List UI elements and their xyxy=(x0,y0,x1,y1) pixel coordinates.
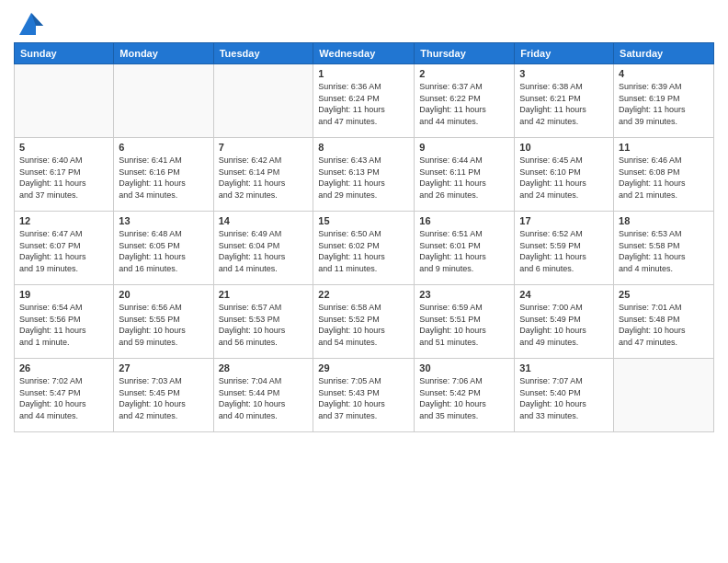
table-row: 26Sunrise: 7:02 AM Sunset: 5:47 PM Dayli… xyxy=(15,359,114,432)
table-row: 30Sunrise: 7:06 AM Sunset: 5:42 PM Dayli… xyxy=(415,359,515,432)
day-number: 9 xyxy=(419,142,509,153)
day-number: 23 xyxy=(419,289,509,300)
day-number: 5 xyxy=(19,142,108,153)
day-info: Sunrise: 6:46 AM Sunset: 6:08 PM Dayligh… xyxy=(619,155,709,201)
calendar-table: Sunday Monday Tuesday Wednesday Thursday… xyxy=(14,42,714,432)
day-number: 11 xyxy=(619,142,709,153)
day-info: Sunrise: 6:58 AM Sunset: 5:52 PM Dayligh… xyxy=(318,302,409,348)
day-info: Sunrise: 6:52 AM Sunset: 5:59 PM Dayligh… xyxy=(519,228,609,274)
day-number: 24 xyxy=(519,289,609,300)
table-row xyxy=(614,359,714,432)
col-tuesday: Tuesday xyxy=(213,43,313,64)
table-row: 15Sunrise: 6:50 AM Sunset: 6:02 PM Dayli… xyxy=(313,212,415,285)
table-row: 8Sunrise: 6:43 AM Sunset: 6:13 PM Daylig… xyxy=(313,138,415,212)
day-info: Sunrise: 6:48 AM Sunset: 6:05 PM Dayligh… xyxy=(119,228,208,274)
day-number: 14 xyxy=(219,215,309,226)
day-info: Sunrise: 6:40 AM Sunset: 6:17 PM Dayligh… xyxy=(19,155,108,201)
logo xyxy=(14,9,45,37)
day-info: Sunrise: 6:44 AM Sunset: 6:11 PM Dayligh… xyxy=(419,155,509,201)
table-row: 17Sunrise: 6:52 AM Sunset: 5:59 PM Dayli… xyxy=(515,212,614,285)
day-number: 10 xyxy=(519,142,609,153)
table-row: 19Sunrise: 6:54 AM Sunset: 5:56 PM Dayli… xyxy=(15,285,114,359)
day-info: Sunrise: 7:03 AM Sunset: 5:45 PM Dayligh… xyxy=(119,375,208,421)
day-info: Sunrise: 6:57 AM Sunset: 5:53 PM Dayligh… xyxy=(219,302,309,348)
col-thursday: Thursday xyxy=(415,43,515,64)
header xyxy=(14,9,714,37)
day-info: Sunrise: 6:49 AM Sunset: 6:04 PM Dayligh… xyxy=(219,228,309,274)
day-info: Sunrise: 6:36 AM Sunset: 6:24 PM Dayligh… xyxy=(318,81,409,127)
table-row: 24Sunrise: 7:00 AM Sunset: 5:49 PM Dayli… xyxy=(515,285,614,359)
col-saturday: Saturday xyxy=(614,43,714,64)
table-row: 7Sunrise: 6:42 AM Sunset: 6:14 PM Daylig… xyxy=(213,138,313,212)
table-row: 23Sunrise: 6:59 AM Sunset: 5:51 PM Dayli… xyxy=(415,285,515,359)
table-row: 28Sunrise: 7:04 AM Sunset: 5:44 PM Dayli… xyxy=(213,359,313,432)
day-number: 12 xyxy=(19,215,108,226)
table-row: 25Sunrise: 7:01 AM Sunset: 5:48 PM Dayli… xyxy=(614,285,714,359)
day-info: Sunrise: 6:59 AM Sunset: 5:51 PM Dayligh… xyxy=(419,302,509,348)
day-info: Sunrise: 6:53 AM Sunset: 5:58 PM Dayligh… xyxy=(619,228,709,274)
day-info: Sunrise: 6:43 AM Sunset: 6:13 PM Dayligh… xyxy=(318,155,409,201)
day-number: 21 xyxy=(219,289,309,300)
day-number: 27 xyxy=(119,362,208,373)
calendar-week-1: 1Sunrise: 6:36 AM Sunset: 6:24 PM Daylig… xyxy=(15,64,714,138)
table-row: 21Sunrise: 6:57 AM Sunset: 5:53 PM Dayli… xyxy=(213,285,313,359)
day-info: Sunrise: 7:07 AM Sunset: 5:40 PM Dayligh… xyxy=(519,375,609,421)
day-number: 13 xyxy=(119,215,208,226)
day-info: Sunrise: 7:06 AM Sunset: 5:42 PM Dayligh… xyxy=(419,375,509,421)
day-number: 22 xyxy=(318,289,409,300)
table-row: 18Sunrise: 6:53 AM Sunset: 5:58 PM Dayli… xyxy=(614,212,714,285)
table-row xyxy=(114,64,213,138)
day-number: 2 xyxy=(419,68,509,79)
table-row: 20Sunrise: 6:56 AM Sunset: 5:55 PM Dayli… xyxy=(114,285,213,359)
day-info: Sunrise: 6:38 AM Sunset: 6:21 PM Dayligh… xyxy=(519,81,609,127)
day-number: 7 xyxy=(219,142,309,153)
table-row: 22Sunrise: 6:58 AM Sunset: 5:52 PM Dayli… xyxy=(313,285,415,359)
day-info: Sunrise: 7:04 AM Sunset: 5:44 PM Dayligh… xyxy=(219,375,309,421)
day-number: 28 xyxy=(219,362,309,373)
table-row: 11Sunrise: 6:46 AM Sunset: 6:08 PM Dayli… xyxy=(614,138,714,212)
page: Sunday Monday Tuesday Wednesday Thursday… xyxy=(0,0,728,563)
day-number: 26 xyxy=(19,362,108,373)
col-monday: Monday xyxy=(114,43,213,64)
day-info: Sunrise: 6:56 AM Sunset: 5:55 PM Dayligh… xyxy=(119,302,208,348)
day-info: Sunrise: 6:42 AM Sunset: 6:14 PM Dayligh… xyxy=(219,155,309,201)
table-row: 14Sunrise: 6:49 AM Sunset: 6:04 PM Dayli… xyxy=(213,212,313,285)
col-friday: Friday xyxy=(515,43,614,64)
calendar-week-3: 12Sunrise: 6:47 AM Sunset: 6:07 PM Dayli… xyxy=(15,212,714,285)
day-number: 20 xyxy=(119,289,208,300)
day-number: 15 xyxy=(318,215,409,226)
table-row: 1Sunrise: 6:36 AM Sunset: 6:24 PM Daylig… xyxy=(313,64,415,138)
day-info: Sunrise: 6:50 AM Sunset: 6:02 PM Dayligh… xyxy=(318,228,409,274)
day-info: Sunrise: 6:47 AM Sunset: 6:07 PM Dayligh… xyxy=(19,228,108,274)
day-info: Sunrise: 7:05 AM Sunset: 5:43 PM Dayligh… xyxy=(318,375,409,421)
table-row: 12Sunrise: 6:47 AM Sunset: 6:07 PM Dayli… xyxy=(15,212,114,285)
day-info: Sunrise: 6:37 AM Sunset: 6:22 PM Dayligh… xyxy=(419,81,509,127)
logo-icon xyxy=(17,9,45,37)
day-number: 8 xyxy=(318,142,409,153)
table-row: 27Sunrise: 7:03 AM Sunset: 5:45 PM Dayli… xyxy=(114,359,213,432)
table-row: 4Sunrise: 6:39 AM Sunset: 6:19 PM Daylig… xyxy=(614,64,714,138)
table-row: 10Sunrise: 6:45 AM Sunset: 6:10 PM Dayli… xyxy=(515,138,614,212)
day-number: 19 xyxy=(19,289,108,300)
table-row: 2Sunrise: 6:37 AM Sunset: 6:22 PM Daylig… xyxy=(415,64,515,138)
day-number: 30 xyxy=(419,362,509,373)
calendar-week-2: 5Sunrise: 6:40 AM Sunset: 6:17 PM Daylig… xyxy=(15,138,714,212)
col-sunday: Sunday xyxy=(15,43,114,64)
day-number: 31 xyxy=(519,362,609,373)
table-row: 31Sunrise: 7:07 AM Sunset: 5:40 PM Dayli… xyxy=(515,359,614,432)
day-info: Sunrise: 7:00 AM Sunset: 5:49 PM Dayligh… xyxy=(519,302,609,348)
day-number: 6 xyxy=(119,142,208,153)
day-number: 3 xyxy=(519,68,609,79)
header-row: Sunday Monday Tuesday Wednesday Thursday… xyxy=(15,43,714,64)
table-row: 9Sunrise: 6:44 AM Sunset: 6:11 PM Daylig… xyxy=(415,138,515,212)
day-number: 25 xyxy=(619,289,709,300)
day-number: 18 xyxy=(619,215,709,226)
day-info: Sunrise: 6:41 AM Sunset: 6:16 PM Dayligh… xyxy=(119,155,208,201)
table-row: 3Sunrise: 6:38 AM Sunset: 6:21 PM Daylig… xyxy=(515,64,614,138)
col-wednesday: Wednesday xyxy=(313,43,415,64)
day-number: 17 xyxy=(519,215,609,226)
table-row: 29Sunrise: 7:05 AM Sunset: 5:43 PM Dayli… xyxy=(313,359,415,432)
calendar-week-5: 26Sunrise: 7:02 AM Sunset: 5:47 PM Dayli… xyxy=(15,359,714,432)
table-row: 6Sunrise: 6:41 AM Sunset: 6:16 PM Daylig… xyxy=(114,138,213,212)
table-row: 16Sunrise: 6:51 AM Sunset: 6:01 PM Dayli… xyxy=(415,212,515,285)
